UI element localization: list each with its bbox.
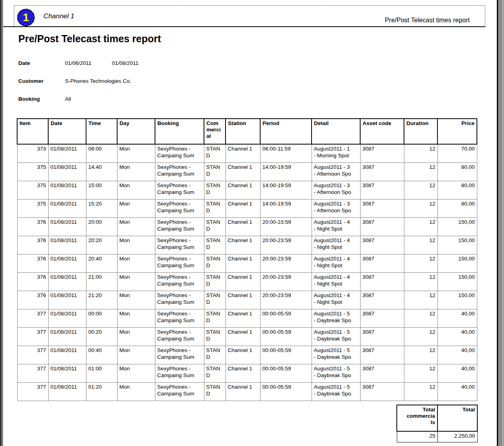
cell-station: Channel 1 [226, 382, 260, 401]
cell-station: Channel 1 [226, 217, 260, 236]
total-commercials-value: 25 [397, 431, 437, 442]
header-report-label: Pre/Post Telecast times report [385, 17, 470, 24]
cell-date: 01/08/2011 [48, 346, 86, 364]
cell-item: 375 [17, 199, 48, 217]
cell-price: 150,00 [437, 236, 477, 254]
header-underline [3, 26, 485, 27]
table-row: 377 01/08/2011 00:40 Mon SexyPhones - Ca… [17, 346, 477, 364]
cell-booking: SexyPhones - Campaing Sum [155, 327, 204, 346]
cell-asset-code: 3087 [360, 327, 404, 346]
cell-price: 40,00 [437, 327, 477, 346]
cell-duration: 12 [404, 144, 437, 162]
cell-commercial: STAN D [204, 217, 226, 236]
table-row: 373 01/08/2011 06:00 Mon SexyPhones - Ca… [17, 144, 477, 162]
cell-time: 20:40 [86, 254, 117, 272]
window-edge-right [497, 0, 504, 446]
cell-asset-code: 3087 [360, 272, 404, 291]
cell-time: 00:40 [86, 346, 117, 364]
table-row: 375 01/08/2011 14:40 Mon SexyPhones - Ca… [17, 162, 477, 181]
cell-period: 00:00-05:59 [260, 364, 312, 382]
cell-commercial: STAN D [204, 327, 226, 346]
cell-time: 15:20 [86, 199, 117, 217]
cell-item: 376 [17, 272, 48, 291]
cell-period: 20:00-23:59 [260, 272, 312, 291]
cell-period: 20:00-23:59 [260, 236, 312, 254]
cell-asset-code: 3087 [360, 364, 404, 382]
cell-period: 20:00-23:59 [260, 254, 312, 272]
filter-summary: Date 01/06/2011 01/08/2011 Customer S-Ph… [18, 60, 139, 114]
col-header-day: Day [117, 119, 155, 144]
cell-station: Channel 1 [226, 327, 260, 346]
cell-price: 80,00 [437, 162, 477, 181]
cell-booking: SexyPhones - Campaing Sum [155, 181, 204, 199]
cell-detail: August2011 - 5 - Daybreak Spo [312, 364, 360, 382]
cell-period: 14:00-19:59 [260, 199, 312, 217]
cell-station: Channel 1 [226, 236, 260, 254]
cell-detail: August2011 - 5 - Daybreak Spo [312, 309, 360, 327]
cell-day: Mon [117, 291, 155, 309]
cell-duration: 12 [404, 327, 437, 346]
cell-time: 00:00 [86, 309, 117, 327]
booking-label: Booking [18, 96, 65, 102]
table-header-row: Item Date Time Day Booking Com merci al … [17, 119, 477, 144]
cell-duration: 12 [404, 217, 437, 236]
totals-header-row: Total commercia ls Total [397, 405, 477, 431]
date-label: Date [18, 60, 65, 66]
cell-day: Mon [117, 309, 155, 327]
col-header-item: Item [17, 119, 48, 144]
cell-date: 01/08/2011 [48, 162, 86, 181]
cell-period: 14:00-19:59 [260, 181, 312, 199]
col-header-booking: Booking [155, 119, 204, 144]
cell-day: Mon [117, 144, 155, 162]
cell-booking: SexyPhones - Campaing Sum [155, 162, 204, 181]
cell-date: 01/08/2011 [48, 382, 86, 401]
cell-commercial: STAN D [204, 236, 226, 254]
cell-time: 21:00 [86, 272, 117, 291]
cell-duration: 12 [404, 272, 437, 291]
cell-date: 01/08/2011 [48, 291, 86, 309]
date-to-value: 01/08/2011 [112, 60, 139, 66]
cell-duration: 12 [404, 236, 437, 254]
table-row: 376 01/08/2011 21:00 Mon SexyPhones - Ca… [17, 272, 477, 291]
cell-price: 40,00 [437, 346, 477, 364]
cell-item: 377 [17, 364, 48, 382]
cell-price: 40,00 [437, 382, 477, 401]
cell-asset-code: 3087 [360, 236, 404, 254]
cell-detail: August2011 - 1 - Morning Spot [312, 144, 360, 162]
col-header-commercial: Com merci al [204, 119, 226, 144]
col-header-period: Period [260, 119, 312, 144]
cell-detail: August2011 - 5 - Daybreak Spo [312, 382, 360, 401]
cell-commercial: STAN D [204, 199, 226, 217]
cell-day: Mon [117, 236, 155, 254]
cell-item: 375 [17, 181, 48, 199]
cell-price: 40,00 [437, 309, 477, 327]
cell-date: 01/08/2011 [48, 236, 86, 254]
cell-period: 00:00-05:59 [260, 382, 312, 401]
table-row: 375 01/08/2011 15:00 Mon SexyPhones - Ca… [17, 181, 477, 199]
cell-station: Channel 1 [226, 162, 260, 181]
cell-date: 01/08/2011 [48, 309, 86, 327]
cell-asset-code: 3087 [360, 346, 404, 364]
table-row: 375 01/08/2011 15:20 Mon SexyPhones - Ca… [17, 199, 477, 217]
cell-date: 01/08/2011 [48, 181, 86, 199]
total-label: Total [437, 405, 477, 431]
cell-period: 06:00-11:59 [260, 144, 312, 162]
cell-price: 150,00 [437, 291, 477, 309]
cell-booking: SexyPhones - Campaing Sum [155, 364, 204, 382]
cell-time: 14:40 [86, 162, 117, 181]
cell-time: 00:20 [86, 327, 117, 346]
cell-time: 21:20 [86, 291, 117, 309]
cell-period: 00:00-05:59 [260, 309, 312, 327]
cell-commercial: STAN D [204, 144, 226, 162]
cell-item: 376 [17, 254, 48, 272]
totals-table: Total commercia ls Total 25 2.250,00 [396, 405, 478, 442]
cell-asset-code: 3087 [360, 144, 404, 162]
cell-detail: August2011 - 4 - Night Spot [312, 291, 360, 309]
cell-duration: 12 [404, 199, 437, 217]
cell-commercial: STAN D [204, 291, 226, 309]
col-header-price: Price [437, 119, 477, 144]
page-title: Pre/Post Telecast times report [18, 33, 161, 45]
cell-booking: SexyPhones - Campaing Sum [155, 236, 204, 254]
cell-item: 375 [17, 162, 48, 181]
cell-price: 70,00 [437, 144, 477, 162]
